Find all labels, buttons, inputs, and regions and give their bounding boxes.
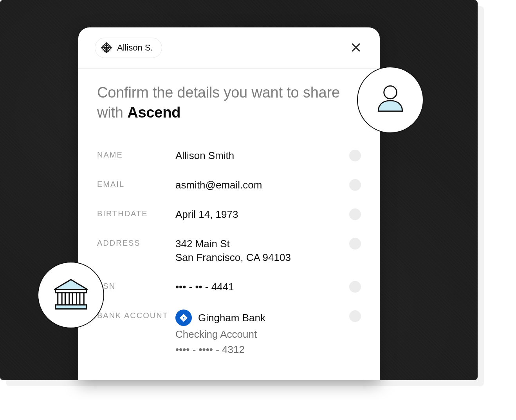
row-bank: BANK ACCOUNT Gingham Bank Checking Accou… xyxy=(97,302,361,364)
row-ssn: SSN ••• - •• - 4441 xyxy=(97,272,361,302)
details-list: NAME Allison Smith EMAIL asmith@email.co… xyxy=(97,141,361,365)
bank-header-line: Gingham Bank xyxy=(175,310,345,326)
address-line1: 342 Main St xyxy=(175,238,230,250)
bank-masked-number: •••• - •••• - 4312 xyxy=(175,343,345,357)
toggle-email[interactable] xyxy=(349,179,361,191)
share-details-modal: Allison S. Confirm the details you want … xyxy=(78,27,380,380)
value-email: asmith@email.com xyxy=(175,178,345,192)
row-birthdate: BIRTHDATE April 14, 1973 xyxy=(97,200,361,229)
svg-rect-4 xyxy=(65,293,69,305)
user-chip[interactable]: Allison S. xyxy=(95,38,162,58)
toggle-birthdate[interactable] xyxy=(349,208,361,220)
svg-point-0 xyxy=(384,86,397,99)
toggle-name[interactable] xyxy=(349,150,361,161)
user-icon xyxy=(372,80,409,119)
bank-badge xyxy=(38,262,104,328)
row-email: EMAIL asmith@email.com xyxy=(97,170,361,200)
row-name: NAME Allison Smith xyxy=(97,141,361,170)
value-name: Allison Smith xyxy=(175,149,345,163)
page-title: Confirm the details you want to share wi… xyxy=(97,83,361,123)
plaid-logo-icon xyxy=(101,42,112,54)
row-address: ADDRESS 342 Main St San Francisco, CA 94… xyxy=(97,229,361,272)
user-badge xyxy=(357,67,424,133)
toggle-ssn[interactable] xyxy=(349,281,361,293)
label-bank: BANK ACCOUNT xyxy=(97,310,175,320)
modal-body: Confirm the details you want to share wi… xyxy=(78,69,380,364)
label-name: NAME xyxy=(97,149,175,159)
label-ssn: SSN xyxy=(97,280,175,291)
svg-rect-5 xyxy=(72,293,76,305)
value-address: 342 Main St San Francisco, CA 94103 xyxy=(175,237,345,264)
svg-marker-1 xyxy=(54,280,87,290)
bank-account-type: Checking Account xyxy=(175,328,345,341)
label-email: EMAIL xyxy=(97,178,175,189)
bank-building-icon xyxy=(51,274,91,316)
bank-name: Gingham Bank xyxy=(198,311,265,325)
label-birthdate: BIRTHDATE xyxy=(97,208,175,218)
address-line2: San Francisco, CA 94103 xyxy=(175,252,291,263)
label-address: ADDRESS xyxy=(97,237,175,248)
value-birthdate: April 14, 1973 xyxy=(175,208,345,221)
user-chip-name: Allison S. xyxy=(117,43,153,53)
bank-emblem-icon xyxy=(175,310,192,326)
close-button[interactable] xyxy=(348,40,363,55)
svg-rect-6 xyxy=(80,293,84,305)
modal-header: Allison S. xyxy=(78,27,380,69)
svg-rect-7 xyxy=(55,305,86,309)
svg-rect-3 xyxy=(58,293,62,305)
value-bank: Gingham Bank Checking Account •••• - •••… xyxy=(175,310,345,357)
toggle-bank[interactable] xyxy=(349,310,361,322)
heading-brand: Ascend xyxy=(127,104,180,121)
stage-background: Allison S. Confirm the details you want … xyxy=(0,0,478,380)
close-icon xyxy=(350,42,362,54)
value-ssn: ••• - •• - 4441 xyxy=(175,280,345,294)
toggle-address[interactable] xyxy=(349,238,361,250)
